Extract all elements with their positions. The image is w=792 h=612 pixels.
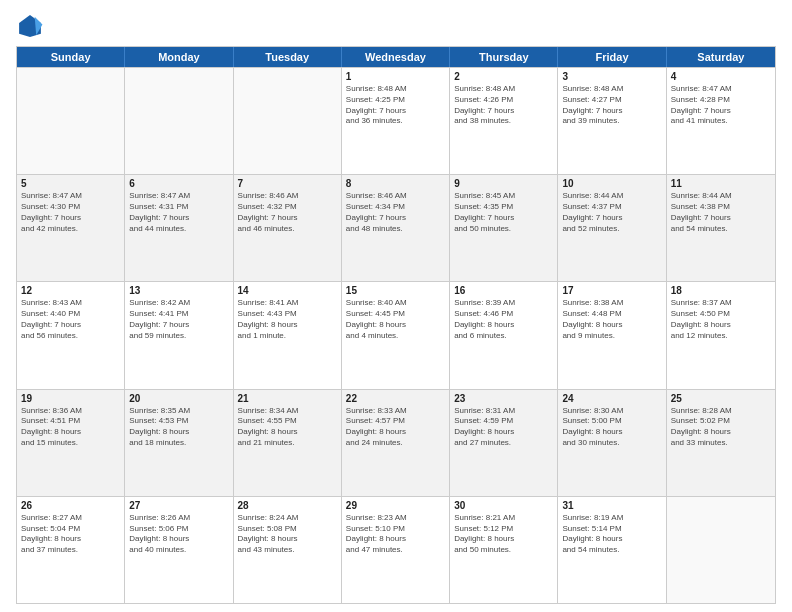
calendar-cell: 18Sunrise: 8:37 AM Sunset: 4:50 PM Dayli… bbox=[667, 282, 775, 388]
cell-text: Sunrise: 8:26 AM Sunset: 5:06 PM Dayligh… bbox=[129, 513, 228, 556]
calendar-cell: 3Sunrise: 8:48 AM Sunset: 4:27 PM Daylig… bbox=[558, 68, 666, 174]
calendar-cell: 19Sunrise: 8:36 AM Sunset: 4:51 PM Dayli… bbox=[17, 390, 125, 496]
day-number: 11 bbox=[671, 178, 771, 189]
day-number: 6 bbox=[129, 178, 228, 189]
calendar-header-cell: Sunday bbox=[17, 47, 125, 67]
cell-text: Sunrise: 8:44 AM Sunset: 4:37 PM Dayligh… bbox=[562, 191, 661, 234]
day-number: 23 bbox=[454, 393, 553, 404]
calendar-header-cell: Tuesday bbox=[234, 47, 342, 67]
day-number: 24 bbox=[562, 393, 661, 404]
day-number: 4 bbox=[671, 71, 771, 82]
day-number: 8 bbox=[346, 178, 445, 189]
cell-text: Sunrise: 8:47 AM Sunset: 4:28 PM Dayligh… bbox=[671, 84, 771, 127]
day-number: 18 bbox=[671, 285, 771, 296]
cell-text: Sunrise: 8:30 AM Sunset: 5:00 PM Dayligh… bbox=[562, 406, 661, 449]
calendar-cell: 13Sunrise: 8:42 AM Sunset: 4:41 PM Dayli… bbox=[125, 282, 233, 388]
day-number: 10 bbox=[562, 178, 661, 189]
cell-text: Sunrise: 8:36 AM Sunset: 4:51 PM Dayligh… bbox=[21, 406, 120, 449]
cell-text: Sunrise: 8:43 AM Sunset: 4:40 PM Dayligh… bbox=[21, 298, 120, 341]
cell-text: Sunrise: 8:44 AM Sunset: 4:38 PM Dayligh… bbox=[671, 191, 771, 234]
calendar-cell: 25Sunrise: 8:28 AM Sunset: 5:02 PM Dayli… bbox=[667, 390, 775, 496]
day-number: 2 bbox=[454, 71, 553, 82]
calendar-cell: 10Sunrise: 8:44 AM Sunset: 4:37 PM Dayli… bbox=[558, 175, 666, 281]
calendar: SundayMondayTuesdayWednesdayThursdayFrid… bbox=[16, 46, 776, 604]
day-number: 20 bbox=[129, 393, 228, 404]
cell-text: Sunrise: 8:27 AM Sunset: 5:04 PM Dayligh… bbox=[21, 513, 120, 556]
calendar-cell bbox=[667, 497, 775, 603]
calendar-cell: 22Sunrise: 8:33 AM Sunset: 4:57 PM Dayli… bbox=[342, 390, 450, 496]
calendar-cell bbox=[125, 68, 233, 174]
day-number: 26 bbox=[21, 500, 120, 511]
logo-icon bbox=[16, 12, 44, 40]
cell-text: Sunrise: 8:40 AM Sunset: 4:45 PM Dayligh… bbox=[346, 298, 445, 341]
header bbox=[16, 12, 776, 40]
calendar-cell: 11Sunrise: 8:44 AM Sunset: 4:38 PM Dayli… bbox=[667, 175, 775, 281]
calendar-cell: 17Sunrise: 8:38 AM Sunset: 4:48 PM Dayli… bbox=[558, 282, 666, 388]
calendar-cell: 7Sunrise: 8:46 AM Sunset: 4:32 PM Daylig… bbox=[234, 175, 342, 281]
calendar-body: 1Sunrise: 8:48 AM Sunset: 4:25 PM Daylig… bbox=[17, 67, 775, 603]
day-number: 3 bbox=[562, 71, 661, 82]
cell-text: Sunrise: 8:48 AM Sunset: 4:27 PM Dayligh… bbox=[562, 84, 661, 127]
day-number: 29 bbox=[346, 500, 445, 511]
day-number: 21 bbox=[238, 393, 337, 404]
cell-text: Sunrise: 8:34 AM Sunset: 4:55 PM Dayligh… bbox=[238, 406, 337, 449]
calendar-header-cell: Wednesday bbox=[342, 47, 450, 67]
calendar-cell: 15Sunrise: 8:40 AM Sunset: 4:45 PM Dayli… bbox=[342, 282, 450, 388]
calendar-cell: 4Sunrise: 8:47 AM Sunset: 4:28 PM Daylig… bbox=[667, 68, 775, 174]
cell-text: Sunrise: 8:41 AM Sunset: 4:43 PM Dayligh… bbox=[238, 298, 337, 341]
cell-text: Sunrise: 8:37 AM Sunset: 4:50 PM Dayligh… bbox=[671, 298, 771, 341]
calendar-cell: 27Sunrise: 8:26 AM Sunset: 5:06 PM Dayli… bbox=[125, 497, 233, 603]
calendar-cell: 26Sunrise: 8:27 AM Sunset: 5:04 PM Dayli… bbox=[17, 497, 125, 603]
calendar-header-cell: Friday bbox=[558, 47, 666, 67]
calendar-cell: 5Sunrise: 8:47 AM Sunset: 4:30 PM Daylig… bbox=[17, 175, 125, 281]
calendar-cell: 16Sunrise: 8:39 AM Sunset: 4:46 PM Dayli… bbox=[450, 282, 558, 388]
cell-text: Sunrise: 8:42 AM Sunset: 4:41 PM Dayligh… bbox=[129, 298, 228, 341]
calendar-cell: 30Sunrise: 8:21 AM Sunset: 5:12 PM Dayli… bbox=[450, 497, 558, 603]
cell-text: Sunrise: 8:24 AM Sunset: 5:08 PM Dayligh… bbox=[238, 513, 337, 556]
calendar-cell: 9Sunrise: 8:45 AM Sunset: 4:35 PM Daylig… bbox=[450, 175, 558, 281]
day-number: 28 bbox=[238, 500, 337, 511]
calendar-cell bbox=[17, 68, 125, 174]
cell-text: Sunrise: 8:48 AM Sunset: 4:25 PM Dayligh… bbox=[346, 84, 445, 127]
calendar-week: 5Sunrise: 8:47 AM Sunset: 4:30 PM Daylig… bbox=[17, 174, 775, 281]
calendar-week: 12Sunrise: 8:43 AM Sunset: 4:40 PM Dayli… bbox=[17, 281, 775, 388]
cell-text: Sunrise: 8:45 AM Sunset: 4:35 PM Dayligh… bbox=[454, 191, 553, 234]
calendar-week: 26Sunrise: 8:27 AM Sunset: 5:04 PM Dayli… bbox=[17, 496, 775, 603]
day-number: 12 bbox=[21, 285, 120, 296]
calendar-header-cell: Monday bbox=[125, 47, 233, 67]
calendar-week: 1Sunrise: 8:48 AM Sunset: 4:25 PM Daylig… bbox=[17, 67, 775, 174]
cell-text: Sunrise: 8:46 AM Sunset: 4:32 PM Dayligh… bbox=[238, 191, 337, 234]
cell-text: Sunrise: 8:23 AM Sunset: 5:10 PM Dayligh… bbox=[346, 513, 445, 556]
cell-text: Sunrise: 8:46 AM Sunset: 4:34 PM Dayligh… bbox=[346, 191, 445, 234]
day-number: 19 bbox=[21, 393, 120, 404]
logo bbox=[16, 12, 48, 40]
calendar-header-cell: Saturday bbox=[667, 47, 775, 67]
day-number: 5 bbox=[21, 178, 120, 189]
calendar-cell: 31Sunrise: 8:19 AM Sunset: 5:14 PM Dayli… bbox=[558, 497, 666, 603]
cell-text: Sunrise: 8:39 AM Sunset: 4:46 PM Dayligh… bbox=[454, 298, 553, 341]
calendar-cell: 20Sunrise: 8:35 AM Sunset: 4:53 PM Dayli… bbox=[125, 390, 233, 496]
day-number: 13 bbox=[129, 285, 228, 296]
calendar-cell: 21Sunrise: 8:34 AM Sunset: 4:55 PM Dayli… bbox=[234, 390, 342, 496]
cell-text: Sunrise: 8:47 AM Sunset: 4:30 PM Dayligh… bbox=[21, 191, 120, 234]
day-number: 14 bbox=[238, 285, 337, 296]
calendar-cell: 28Sunrise: 8:24 AM Sunset: 5:08 PM Dayli… bbox=[234, 497, 342, 603]
day-number: 1 bbox=[346, 71, 445, 82]
cell-text: Sunrise: 8:21 AM Sunset: 5:12 PM Dayligh… bbox=[454, 513, 553, 556]
day-number: 15 bbox=[346, 285, 445, 296]
day-number: 16 bbox=[454, 285, 553, 296]
calendar-header-cell: Thursday bbox=[450, 47, 558, 67]
calendar-cell: 2Sunrise: 8:48 AM Sunset: 4:26 PM Daylig… bbox=[450, 68, 558, 174]
calendar-cell: 24Sunrise: 8:30 AM Sunset: 5:00 PM Dayli… bbox=[558, 390, 666, 496]
calendar-cell: 29Sunrise: 8:23 AM Sunset: 5:10 PM Dayli… bbox=[342, 497, 450, 603]
day-number: 17 bbox=[562, 285, 661, 296]
day-number: 9 bbox=[454, 178, 553, 189]
cell-text: Sunrise: 8:19 AM Sunset: 5:14 PM Dayligh… bbox=[562, 513, 661, 556]
calendar-cell: 1Sunrise: 8:48 AM Sunset: 4:25 PM Daylig… bbox=[342, 68, 450, 174]
cell-text: Sunrise: 8:31 AM Sunset: 4:59 PM Dayligh… bbox=[454, 406, 553, 449]
day-number: 31 bbox=[562, 500, 661, 511]
cell-text: Sunrise: 8:35 AM Sunset: 4:53 PM Dayligh… bbox=[129, 406, 228, 449]
calendar-cell: 8Sunrise: 8:46 AM Sunset: 4:34 PM Daylig… bbox=[342, 175, 450, 281]
cell-text: Sunrise: 8:38 AM Sunset: 4:48 PM Dayligh… bbox=[562, 298, 661, 341]
cell-text: Sunrise: 8:47 AM Sunset: 4:31 PM Dayligh… bbox=[129, 191, 228, 234]
